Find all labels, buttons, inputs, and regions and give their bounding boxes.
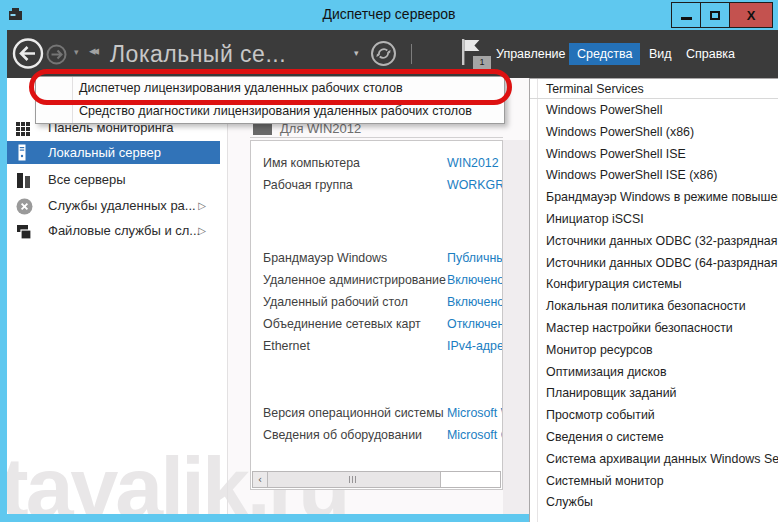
collapse-breadcrumb-icon[interactable]: ◂◂ (89, 43, 96, 58)
window-title: Диспетчер серверов (0, 6, 778, 22)
tools-menu-item[interactable]: Windows PowerShell ISE (x86) (530, 165, 778, 187)
sidebar-item-all-servers[interactable]: Все серверы (0, 167, 220, 192)
content-scroll-gutter (503, 140, 530, 514)
refresh-icon[interactable] (370, 40, 397, 71)
minimize-button[interactable] (671, 2, 701, 28)
close-button[interactable]: X (729, 2, 773, 28)
scrollbar-thumb[interactable] (267, 472, 441, 487)
property-row: Сведения об оборудованииMicrosoft C (251, 428, 502, 446)
horizontal-scrollbar[interactable]: ‹ (252, 471, 501, 488)
property-row: Имя компьютераWIN2012 (251, 156, 502, 174)
tools-menu-item[interactable]: Системный монитор (530, 471, 778, 493)
tools-menu-item[interactable]: Windows PowerShell ISE (530, 144, 778, 166)
sidebar-item-remote-desktop-services[interactable]: Службы удаленных ра... ▷ (0, 193, 220, 218)
tools-menu-item[interactable]: Службы (530, 492, 778, 514)
tools-menu-item[interactable]: Инициатор iSCSI (530, 209, 778, 231)
tools-menu-item[interactable]: Windows PowerShell (x86) (530, 122, 778, 144)
property-row: Брандмауэр WindowsПубличны (251, 251, 502, 269)
title-bar: Диспетчер серверов X (0, 0, 778, 30)
tools-menu-item[interactable]: Монитор ресурсов (530, 340, 778, 362)
expand-arrow-icon[interactable]: ▷ (198, 218, 206, 243)
property-row: Удаленный рабочий столВключено (251, 295, 502, 313)
tools-menu-item[interactable]: Система архивации данных Windows Server (530, 449, 778, 471)
tools-menu-item[interactable]: Брандмауэр Windows в режиме повышенн (530, 187, 778, 209)
properties-panel: Имя компьютераWIN2012 Рабочая группаWORK… (250, 140, 503, 490)
property-row: Удаленное администрированиеВключено (251, 273, 502, 291)
tools-dropdown-menu: Terminal Services Windows PowerShell Win… (529, 78, 778, 522)
breadcrumb-dropdown-icon[interactable]: ▾ (354, 48, 359, 58)
toolbar-separator (411, 44, 412, 64)
property-row: EthernetIPv4-адре (251, 339, 502, 357)
tools-menu-item[interactable]: Windows PowerShell (530, 100, 778, 122)
menu-manage[interactable]: Управление (488, 43, 574, 65)
local-server-icon (16, 144, 28, 168)
expand-arrow-icon[interactable]: ▷ (198, 193, 206, 218)
scroll-left-arrow-icon[interactable]: ‹ (253, 472, 267, 487)
tools-menu-item[interactable]: Просмотр событий (530, 405, 778, 427)
breadcrumb: Локальный се... (110, 41, 286, 68)
tools-menu-item[interactable]: Источники данных ODBC (32-разрядная вер (530, 231, 778, 253)
sidebar-item-local-server[interactable]: Локальный сервер (0, 141, 220, 164)
tools-menu-item[interactable]: Terminal Services (530, 80, 778, 99)
menu-item-rd-licensing-manager[interactable]: Диспетчер лицензирования удаленных рабоч… (36, 77, 504, 100)
tools-menu-item[interactable]: Источники данных ODBC (64-разрядная вер (530, 253, 778, 275)
tools-menu-item[interactable]: Локальная политика безопасности (530, 296, 778, 318)
navigation-bar: ▾ ◂◂ Локальный се... ▾ 1 Управление Сред… (0, 30, 778, 78)
server-manager-window: Диспетчер серверов X ▾ ◂◂ Локальный се..… (0, 0, 778, 522)
property-row: Рабочая группаWORKGRO (251, 178, 502, 196)
tools-menu-item[interactable]: Оптимизация дисков (530, 362, 778, 384)
maximize-button[interactable] (700, 2, 730, 28)
scrollbar-grip-icon (349, 476, 359, 483)
menu-view[interactable]: Вид (641, 43, 680, 65)
menu-item-rd-licensing-diagnoser[interactable]: Средство диагностики лицензирования удал… (36, 100, 504, 123)
tools-menu-item[interactable]: Мастер настройки безопасности (530, 318, 778, 340)
property-row: Версия операционной системыMicrosoft W (251, 406, 502, 424)
menu-help[interactable]: Справка (678, 43, 743, 65)
property-row: Объединение сетевых картОтключен (251, 317, 502, 335)
menu-tools[interactable]: Средства (569, 43, 640, 65)
window-edge-left (0, 30, 7, 522)
tools-menu-item[interactable]: Сведения о системе (530, 427, 778, 449)
history-dropdown-icon[interactable]: ▾ (74, 47, 79, 57)
file-services-icon (16, 223, 32, 248)
sidebar-divider (227, 78, 228, 514)
tools-menu-item[interactable]: Планировщик заданий (530, 383, 778, 405)
tools-menu-list: Terminal Services Windows PowerShell Win… (530, 79, 778, 514)
terminal-services-submenu: Диспетчер лицензирования удаленных рабоч… (35, 76, 505, 124)
properties-header-underline (250, 137, 503, 138)
back-icon[interactable] (12, 37, 44, 74)
sidebar-item-file-services[interactable]: Файловые службы и сл... ▷ (0, 218, 220, 243)
tools-menu-item[interactable]: Конфигурация системы (530, 274, 778, 296)
forward-icon[interactable] (46, 44, 67, 69)
